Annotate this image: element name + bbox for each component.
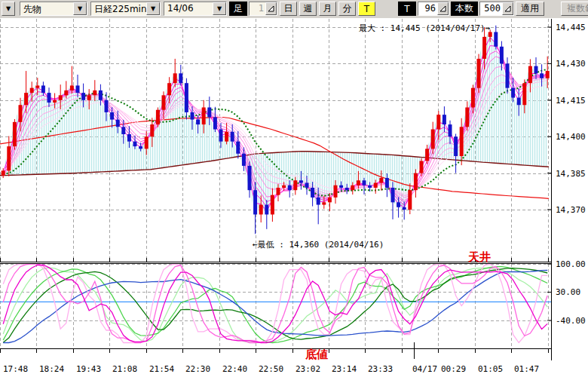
time-axis-label: 23:14 — [332, 364, 357, 374]
contract-month-select[interactable]: 14/06 ▼ — [164, 2, 227, 16]
spin-icon[interactable] — [437, 2, 449, 15]
bar-interval-stepper[interactable]: 1 — [249, 2, 277, 16]
chevron-down-icon[interactable]: ▼ — [73, 2, 87, 15]
time-axis-label: 23:02 — [296, 364, 320, 374]
time-axis-label: 17:48 — [3, 364, 28, 374]
price-axis-label: 14,430 — [556, 59, 586, 69]
time-axis-label: 22:50 — [259, 364, 283, 374]
rci-magenta-line — [3, 265, 547, 343]
chevron-down-icon[interactable]: ▼ — [2, 2, 15, 16]
toolbar: ▼ 先物 ▼ 日経225mini ▼ 14/06 ▼ 足 1 日 週 — [0, 0, 588, 18]
rci-green-line — [3, 267, 547, 343]
chart-area[interactable]: 14,44514,43014,41514,40014,38514,370100.… — [0, 18, 588, 377]
chart-canvas[interactable]: 14,44514,43014,41514,40014,38514,370100.… — [0, 18, 588, 377]
chevron-down-icon[interactable]: ▼ — [146, 2, 160, 15]
market-select[interactable]: 先物 ▼ — [20, 2, 87, 16]
symbol-select[interactable]: 日経225mini ▼ — [90, 2, 161, 16]
time-axis-label: 22:30 — [185, 364, 210, 374]
bar-type-label: 足 — [229, 2, 247, 16]
oscillator-panel — [0, 264, 551, 343]
chevron-down-icon[interactable]: ▼ — [213, 2, 226, 15]
price-axis-label: 14,370 — [556, 205, 586, 215]
time-axis-label: 22:40 — [222, 364, 247, 374]
time-axis-label: 00:29 — [441, 364, 466, 374]
period-tick-button[interactable]: T — [358, 2, 375, 16]
chart-application-window: ▼ 先物 ▼ 日経225mini ▼ 14/06 ▼ 足 1 日 週 — [0, 0, 588, 377]
multi-symbol-button[interactable]: 複数銘柄 — [561, 2, 588, 16]
osc-axis-label: 30.00 — [556, 287, 580, 297]
period-month-button[interactable]: 月 — [319, 2, 336, 16]
rci-green-line — [3, 268, 547, 342]
time-axis-label: 21:08 — [112, 364, 137, 374]
price-axis-label: 14,385 — [556, 169, 586, 179]
bar-count-stepper[interactable]: 500 — [479, 2, 514, 16]
price-axis-label: 14,400 — [556, 132, 586, 142]
price-axis-label: 14,415 — [556, 96, 586, 106]
spin-icon[interactable] — [502, 2, 513, 15]
spin-icon[interactable] — [265, 2, 277, 15]
tick-size-label: T — [398, 2, 416, 16]
time-axis-label: 19:43 — [76, 364, 101, 374]
hidden-panel-combo[interactable]: ▼ — [2, 2, 17, 16]
period-week-button[interactable]: 週 — [299, 2, 317, 16]
rci-blue-line — [3, 271, 547, 343]
max-price-annotation: 最大 : 14,445 (2014/04/17)→ — [359, 23, 491, 33]
rci-green-line — [3, 268, 547, 343]
apply-button[interactable]: 適用 — [516, 2, 544, 16]
min-price-annotation: ←最低 : 14,360 (2014/04/16) — [253, 240, 384, 250]
osc-axis-label: 100.00 — [556, 259, 586, 269]
ceiling-marker: 天井 — [467, 250, 491, 264]
time-axis-label: 23:33 — [368, 364, 393, 374]
time-axis-label: 04/17 — [412, 364, 437, 374]
time-axis-label: 01:47 — [514, 364, 539, 374]
bar-count-label: 本数 — [451, 2, 478, 16]
osc-axis-label: -40.00 — [556, 316, 586, 326]
time-axis-label: 21:54 — [149, 364, 174, 374]
price-axis-label: 14,445 — [556, 23, 586, 32]
period-minute-button[interactable]: 分 — [338, 2, 356, 16]
time-axis-label: 18:24 — [39, 364, 64, 374]
period-day-button[interactable]: 日 — [280, 2, 297, 16]
bottom-marker: 底値 — [305, 348, 328, 361]
tick-size-stepper[interactable]: 96 — [418, 2, 449, 16]
time-axis-label: 01:05 — [478, 364, 503, 374]
